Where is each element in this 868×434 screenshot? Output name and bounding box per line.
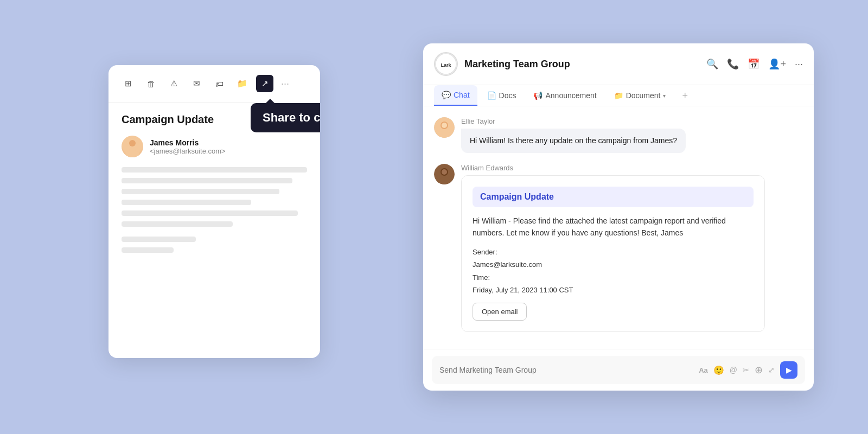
sender-name: James Morris [150, 138, 226, 147]
chat-tab-icon: 💬 [442, 91, 451, 99]
lark-logo: Lark [434, 52, 458, 76]
ellie-avatar [434, 117, 455, 138]
document-tab-label: Document [626, 91, 661, 100]
skeleton-line [122, 221, 233, 227]
message-row-ellie: Ellie Taylor Hi William! Is there any up… [434, 117, 803, 153]
email-toolbar: ⊞ 🗑 ⚠ ✉ 🏷 📁 ↗ Share to chat ··· [108, 65, 320, 103]
scissors-icon[interactable]: ✂ [743, 366, 749, 374]
email-card: Campaign Update Hi William - Please find… [461, 175, 765, 332]
chat-header-icons: 🔍 📞 📅 👤+ ··· [706, 58, 803, 70]
docs-tab-label: Docs [499, 91, 516, 100]
alert-button[interactable]: ⚠ [165, 75, 182, 92]
svg-point-8 [442, 123, 447, 128]
email-panel: ⊞ 🗑 ⚠ ✉ 🏷 📁 ↗ Share to chat ··· Campaign… [108, 65, 320, 358]
tag-button[interactable]: 🏷 [210, 75, 228, 92]
emoji-icon[interactable]: 🙂 [713, 365, 724, 375]
sender-email: <james@larksuite.com> [150, 147, 226, 155]
email-content: Campaign Update James Morris <james@lark… [108, 103, 320, 264]
email-card-title: Campaign Update [480, 192, 746, 202]
more-icon[interactable]: ··· [795, 59, 803, 70]
ellie-sender-name: Ellie Taylor [461, 117, 803, 125]
tab-docs[interactable]: 📄 Docs [480, 86, 524, 105]
sender-label: Sender: [473, 246, 754, 258]
william-avatar [434, 164, 455, 184]
time-label: Time: [473, 271, 754, 284]
svg-point-2 [125, 150, 140, 157]
message-row-william: William Edwards Campaign Update Hi Willi… [434, 164, 803, 332]
sender-value: James@larksuite.com [473, 258, 754, 271]
add-user-icon[interactable]: 👤+ [768, 58, 786, 70]
chat-tab-label: Chat [454, 91, 470, 99]
chat-group-name: Marketing Team Group [464, 59, 700, 70]
chat-header: Lark Marketing Team Group 🔍 📞 📅 👤+ ··· [423, 43, 814, 85]
folder-button[interactable]: 📁 [233, 75, 251, 92]
email-card-body: Hi William - Please find the attached th… [473, 215, 754, 239]
more-button[interactable]: ··· [281, 78, 289, 90]
skeleton-line [122, 189, 279, 194]
skeleton-line [122, 200, 251, 205]
chat-messages: Ellie Taylor Hi William! Is there any up… [423, 106, 814, 349]
docs-tab-icon: 📄 [487, 91, 496, 100]
skeleton-line [122, 247, 174, 253]
text-format-icon[interactable]: Aa [699, 366, 708, 374]
add-tab-button[interactable]: + [678, 86, 692, 106]
svg-text:Lark: Lark [441, 62, 451, 68]
document-tab-icon: 📁 [614, 91, 623, 100]
email-card-header: Campaign Update [473, 187, 754, 207]
chat-input-row: Aa 🙂 @ ✂ ⊕ ⤢ ▶ [432, 356, 805, 384]
expand-icon[interactable]: ⤢ [768, 366, 775, 374]
announcement-tab-icon: 📢 [533, 91, 542, 100]
email-sender-row: James Morris <james@larksuite.com> [122, 136, 307, 157]
tab-announcement[interactable]: 📢 Announcement [526, 86, 604, 105]
phone-icon[interactable]: 📞 [727, 58, 739, 70]
chat-input-area: Aa 🙂 @ ✂ ⊕ ⤢ ▶ [423, 349, 814, 391]
mail-button[interactable]: ✉ [188, 75, 205, 92]
time-value: Friday, July 21, 2023 11:00 CST [473, 284, 754, 296]
email-card-meta: Sender: James@larksuite.com Time: Friday… [473, 246, 754, 297]
svg-point-1 [129, 140, 136, 146]
sender-info: James Morris <james@larksuite.com> [150, 138, 226, 155]
trash-button[interactable]: 🗑 [142, 75, 159, 92]
svg-point-12 [442, 169, 447, 175]
william-message-body: William Edwards Campaign Update Hi Willi… [461, 164, 803, 332]
email-skeleton [122, 167, 307, 253]
chat-input-icons: Aa 🙂 @ ✂ ⊕ ⤢ [699, 364, 775, 376]
ellie-message-bubble: Hi William! Is there any update on the c… [461, 129, 686, 153]
skeleton-line [122, 210, 298, 216]
mention-icon[interactable]: @ [730, 366, 737, 374]
add-icon[interactable]: ⊕ [755, 364, 763, 376]
skeleton-line [122, 178, 292, 183]
open-email-button[interactable]: Open email [473, 303, 527, 321]
william-sender-name: William Edwards [461, 164, 803, 172]
skeleton-line [122, 237, 196, 242]
share-button[interactable]: ↗ Share to chat [256, 75, 273, 92]
email-title: Campaign Update [122, 113, 307, 126]
copy-button[interactable]: ⊞ [119, 75, 137, 92]
skeleton-line [122, 167, 307, 173]
announcement-tab-label: Announcement [545, 91, 596, 100]
document-chevron-icon: ▾ [663, 93, 666, 99]
chat-panel: Lark Marketing Team Group 🔍 📞 📅 👤+ ··· 💬… [423, 43, 814, 391]
send-button[interactable]: ▶ [780, 361, 797, 379]
sender-avatar [122, 136, 143, 157]
ellie-message-body: Ellie Taylor Hi William! Is there any up… [461, 117, 803, 153]
tab-chat[interactable]: 💬 Chat [434, 85, 477, 106]
chat-input[interactable] [439, 366, 693, 374]
tab-document[interactable]: 📁 Document ▾ [607, 86, 674, 105]
calendar-icon[interactable]: 📅 [748, 58, 760, 70]
chat-tabs: 💬 Chat 📄 Docs 📢 Announcement 📁 Document … [423, 85, 814, 106]
search-icon[interactable]: 🔍 [706, 58, 718, 70]
